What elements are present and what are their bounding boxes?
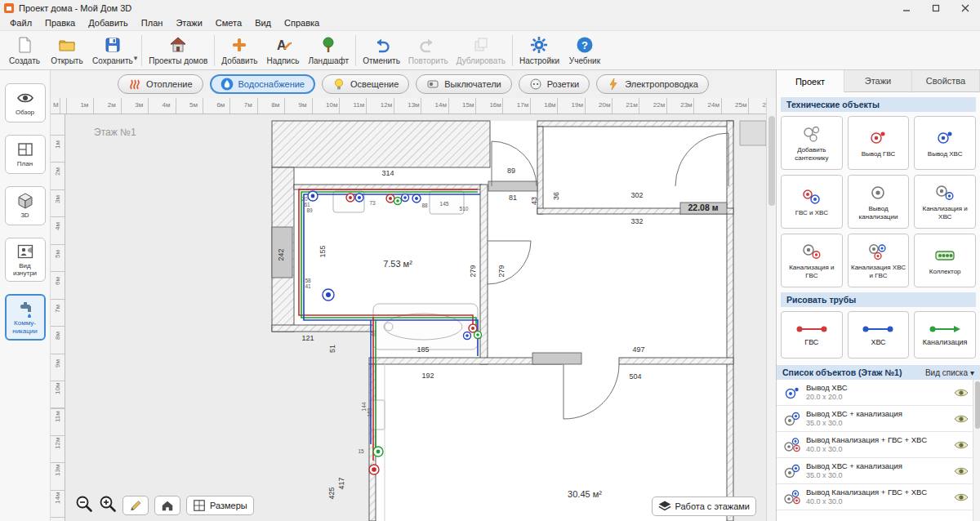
label-button[interactable]: А Надпись [262, 32, 305, 69]
duplicate-button[interactable]: Дублировать [452, 32, 510, 69]
faucet-icon [16, 300, 34, 318]
visibility-eye-icon[interactable] [954, 492, 969, 502]
ruler-label: 11м [54, 411, 61, 422]
svg-text:89: 89 [507, 167, 515, 175]
ruler-label: 9м [54, 359, 61, 367]
menu-item-help[interactable]: Справка [278, 17, 326, 29]
menu-item-file[interactable]: Файл [3, 17, 38, 29]
sidebar-item-overview[interactable]: Обзор [5, 83, 46, 122]
object-row[interactable]: Вывод ХВС20.0 x 20.0 [777, 380, 980, 406]
list-view-dropdown[interactable]: Вид списка▾ [925, 368, 974, 377]
tab-properties[interactable]: Свойства [912, 70, 980, 92]
floor-plan[interactable]: Этаж №1 314 89 81 43 36 302 332 22.08 м … [65, 114, 766, 521]
collector-button[interactable]: Коллектор [914, 234, 976, 287]
object-list-scrollbar[interactable] [973, 380, 980, 521]
scrollbar-thumb[interactable] [975, 381, 980, 429]
open-folder-icon [57, 35, 77, 55]
menu-item-view[interactable]: Вид [248, 17, 278, 29]
undo-button[interactable]: Отменить [359, 32, 404, 69]
sidebar-item-plan[interactable]: План [5, 135, 46, 174]
dimensions-toggle-button[interactable]: Размеры [186, 496, 254, 515]
drawing-canvas[interactable]: М1м2м3м4м5м6м7м8м9м10м11м12м13м14м15м16м… [51, 98, 776, 521]
socket-icon [529, 78, 542, 91]
scrollbar-thumb[interactable] [768, 116, 775, 206]
category-wiring[interactable]: Электропроводка [596, 74, 709, 94]
svg-text:185: 185 [416, 345, 429, 354]
maximize-button[interactable] [921, 0, 951, 16]
draw-gvs-pipe-button[interactable]: ГВС [781, 311, 843, 358]
outlet-sewer-button[interactable]: Вывод канализации [848, 175, 910, 229]
sewer-hvs-gvs-icon [867, 242, 889, 261]
ruler-label: 13м [54, 465, 61, 476]
redo-button[interactable]: Повторить [404, 32, 452, 69]
zoom-out-button[interactable] [75, 495, 93, 516]
object-row[interactable]: Вывод Канализация + ГВС + ХВС40.0 x 30.0 [777, 484, 980, 510]
menu-item-floors[interactable]: Этажи [169, 17, 208, 29]
close-button[interactable] [951, 0, 980, 16]
save-dropdown-arrow[interactable]: ▾ [134, 54, 138, 62]
right-panel: Проект Этажи Свойства Технические объект… [776, 70, 980, 521]
sidebar-item-3d[interactable]: 3D [5, 186, 46, 225]
svg-text:36: 36 [552, 192, 560, 200]
object-row[interactable]: Вывод ХВС + канализация35.0 x 30.0 [777, 458, 980, 484]
category-sockets[interactable]: Розетки [519, 74, 590, 94]
object-row[interactable]: Вывод ХВС + канализация35.0 x 30.0 [777, 406, 980, 432]
add-plumbing-button[interactable]: Добавить сантехнику [781, 116, 843, 170]
category-water-supply[interactable]: Водоснабжение [210, 74, 315, 94]
ruler-top: М1м2м3м4м5м6м7м8м9м10м11м12м13м14м15м16м… [51, 98, 766, 114]
ruler-label: 1м [54, 140, 61, 149]
landscape-button[interactable]: Ландшафт [305, 32, 354, 69]
home-view-button[interactable] [154, 496, 180, 515]
new-button[interactable]: Создать [3, 32, 46, 69]
visibility-eye-icon[interactable] [954, 466, 969, 476]
communication-categories: Отопление Водоснабжение Освещение Выключ… [51, 70, 776, 98]
draw-sewer-pipe-button[interactable]: Канализация [914, 311, 976, 358]
visibility-eye-icon[interactable] [954, 414, 969, 424]
menu-item-plan[interactable]: План [135, 17, 170, 29]
sewer-hvs-gvs-button[interactable]: Канализация ХВС и ГВС [848, 234, 910, 287]
zoom-in-button[interactable] [99, 495, 117, 516]
measure-button[interactable] [122, 496, 149, 515]
save-button[interactable]: Сохранить [88, 32, 137, 69]
panel-tabs: Проект Этажи Свойства [777, 70, 980, 92]
home-projects-button[interactable]: Проекты домов [145, 32, 212, 69]
ruler-label: 8м [54, 332, 61, 340]
hvs-outlet-icon [783, 384, 801, 402]
window-title: Проект дома - Мой Дом 3D [19, 3, 131, 13]
sidebar-item-communications[interactable]: Комму-никации [5, 294, 46, 340]
open-button[interactable]: Открыть [46, 32, 88, 69]
gvs-hvs-button[interactable]: ГВС и ХВС [781, 175, 843, 229]
gvs-hvs-icon [801, 187, 822, 207]
menu-item-estimate[interactable]: Смета [209, 17, 248, 29]
tab-project[interactable]: Проект [777, 70, 844, 92]
category-switches[interactable]: Выключатели [416, 74, 511, 94]
svg-text:58: 58 [305, 278, 311, 283]
draw-hvs-pipe-button[interactable]: ХВС [848, 311, 910, 358]
svg-text:А: А [277, 38, 287, 52]
ruler-label: 10м [54, 383, 61, 394]
outlet-gvs-button[interactable]: Вывод ГВС [848, 116, 910, 170]
tutorial-button[interactable]: ? Учебник [564, 32, 606, 69]
visibility-eye-icon[interactable] [954, 440, 969, 450]
canvas-vertical-scrollbar[interactable] [766, 98, 776, 521]
category-lighting[interactable]: Освещение [322, 74, 409, 94]
sewer-gvs-button[interactable]: Канализация и ГВС [781, 234, 843, 287]
category-heating[interactable]: Отопление [118, 74, 203, 94]
ruler-label: 18м [544, 101, 555, 109]
sidebar-item-inside-view[interactable]: Вид изнутри [5, 238, 46, 282]
menu-item-edit[interactable]: Правка [38, 17, 82, 29]
minimize-button[interactable] [892, 0, 921, 16]
plan-icon [16, 140, 34, 158]
visibility-eye-icon[interactable] [954, 388, 969, 398]
ruler-label: 14м [54, 492, 61, 503]
work-with-floors-button[interactable]: Работа с этажами [652, 497, 757, 516]
menu-item-add[interactable]: Добавить [82, 17, 135, 29]
ruler-left: 1м2м3м4м5м6м7м8м9м10м11м12м13м14м [51, 114, 65, 521]
add-button[interactable]: Добавить [217, 32, 261, 69]
tab-floors[interactable]: Этажи [844, 70, 912, 92]
outlet-hvs-button[interactable]: Вывод ХВС [914, 116, 976, 170]
object-row[interactable]: Вывод Канализация + ГВС + ХВС40.0 x 30.0 [777, 432, 980, 458]
sewer-hvs-button[interactable]: Канализация и ХВС [914, 175, 976, 229]
settings-button[interactable]: Настройки [515, 32, 564, 69]
svg-text:51: 51 [328, 345, 336, 353]
